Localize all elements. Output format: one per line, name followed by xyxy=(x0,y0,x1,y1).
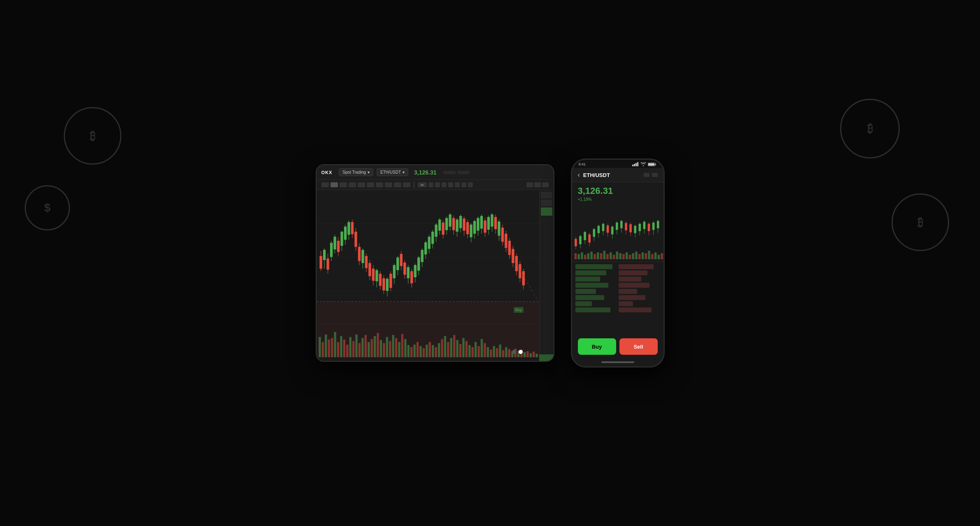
svg-rect-225 xyxy=(616,223,618,230)
svg-rect-215 xyxy=(593,229,595,237)
ob-sell-row-2 xyxy=(619,270,648,275)
svg-rect-176 xyxy=(487,217,489,230)
svg-rect-94 xyxy=(344,227,346,240)
svg-rect-120 xyxy=(389,274,392,288)
svg-rect-62 xyxy=(487,347,489,357)
phone-header-icon-1[interactable] xyxy=(644,173,649,177)
svg-rect-39 xyxy=(416,342,418,357)
phone-home-indicator xyxy=(601,361,634,363)
toolbar-icon-6[interactable] xyxy=(461,182,466,187)
svg-rect-134 xyxy=(414,265,416,277)
toolbar-btn-10[interactable] xyxy=(403,182,410,187)
toolbar-btn-8[interactable] xyxy=(385,182,392,187)
toolbar-label-m[interactable]: M xyxy=(418,182,427,187)
main-scene: OKX Spot Trading ▾ ETH/USDT ▾ 3,126.31 xyxy=(316,158,665,368)
toolbar-icon-7[interactable] xyxy=(468,182,473,187)
toolbar-btn-3[interactable] xyxy=(340,182,347,187)
svg-rect-158 xyxy=(456,219,458,232)
sidebar-btn-chart[interactable] xyxy=(541,192,552,198)
tablet-toolbar: M xyxy=(317,180,554,190)
svg-rect-207 xyxy=(575,239,577,246)
toolbar-btn-6[interactable] xyxy=(367,182,374,187)
ob-buy-row-1 xyxy=(575,264,613,269)
buy-button[interactable]: Buy xyxy=(578,338,616,355)
svg-rect-44 xyxy=(432,345,434,357)
svg-rect-37 xyxy=(410,347,412,357)
svg-rect-26 xyxy=(377,333,379,357)
toolbar-btn-5[interactable] xyxy=(358,182,365,187)
svg-rect-150 xyxy=(442,223,444,235)
svg-rect-239 xyxy=(647,224,650,231)
svg-rect-136 xyxy=(417,258,420,271)
phone-header-icon-2[interactable] xyxy=(652,173,658,177)
svg-rect-199 xyxy=(634,164,635,166)
svg-rect-243 xyxy=(656,221,659,228)
svg-rect-231 xyxy=(629,224,632,233)
toolbar-divider xyxy=(414,182,414,188)
toolbar-right-1[interactable] xyxy=(526,182,533,187)
tablet-header: OKX Spot Trading ▾ ETH/USDT ▾ 3,126.31 xyxy=(317,165,554,180)
spot-trading-dropdown[interactable]: Spot Trading ▾ xyxy=(339,168,373,176)
toolbar-btn-7[interactable] xyxy=(376,182,383,187)
svg-rect-260 xyxy=(625,252,628,259)
toolbar-btn-4[interactable] xyxy=(349,182,356,187)
toolbar-icon-3[interactable] xyxy=(442,182,447,187)
toolbar-icon-2[interactable] xyxy=(435,182,440,187)
svg-rect-219 xyxy=(602,224,604,231)
sidebar-btn-buy[interactable] xyxy=(541,207,552,216)
toolbar-icon-4[interactable] xyxy=(448,182,453,187)
svg-rect-245 xyxy=(577,254,580,259)
ob-sell-row-5 xyxy=(619,289,637,294)
svg-rect-229 xyxy=(625,223,627,230)
pair-dropdown[interactable]: ETH/USDT ▾ xyxy=(377,168,408,176)
svg-rect-235 xyxy=(638,224,641,231)
svg-rect-13 xyxy=(337,342,339,357)
coin-btc-top-left: ₿ xyxy=(64,107,121,165)
svg-rect-18 xyxy=(352,341,354,357)
sell-button[interactable]: Sell xyxy=(619,338,658,355)
svg-rect-32 xyxy=(395,338,397,357)
ob-buy-row-3 xyxy=(575,277,601,282)
svg-rect-33 xyxy=(398,342,400,357)
svg-rect-14 xyxy=(340,336,342,357)
toolbar-btn-2[interactable] xyxy=(331,182,338,187)
svg-rect-221 xyxy=(606,226,609,233)
svg-rect-211 xyxy=(584,232,586,240)
stat-bar-1 xyxy=(443,171,456,174)
svg-rect-15 xyxy=(343,340,345,357)
svg-rect-88 xyxy=(333,237,336,249)
toolbar-icon-1[interactable] xyxy=(428,182,433,187)
svg-rect-258 xyxy=(619,253,622,259)
toolbar-right-2[interactable] xyxy=(534,182,541,187)
svg-rect-7 xyxy=(319,337,321,357)
toolbar-btn-9[interactable] xyxy=(394,182,401,187)
toolbar-icon-5[interactable] xyxy=(455,182,460,187)
pagination-dot-2[interactable] xyxy=(519,350,523,354)
svg-rect-27 xyxy=(379,340,382,357)
svg-rect-168 xyxy=(473,221,475,234)
svg-rect-190 xyxy=(512,249,514,263)
coin-btc-top-right: ₿ xyxy=(840,99,900,158)
phone-status-bar: 9:41 xyxy=(572,160,663,168)
toolbar-btn-1[interactable] xyxy=(321,182,329,187)
orderbook-buy-side xyxy=(575,264,617,313)
svg-rect-56 xyxy=(468,345,470,357)
toolbar-right-3[interactable] xyxy=(542,182,549,187)
svg-rect-217 xyxy=(597,226,600,233)
back-button[interactable]: ‹ xyxy=(578,171,580,179)
svg-rect-34 xyxy=(401,334,403,357)
svg-rect-55 xyxy=(465,341,467,357)
svg-rect-200 xyxy=(635,163,637,166)
svg-rect-9 xyxy=(325,335,327,357)
svg-rect-77 xyxy=(533,351,535,357)
svg-rect-255 xyxy=(610,252,612,259)
tablet-pagination xyxy=(512,350,523,354)
stat-bar-2 xyxy=(457,171,470,174)
pair-label: ETH/USDT xyxy=(380,170,401,175)
svg-rect-30 xyxy=(389,341,391,357)
sidebar-btn-depth[interactable] xyxy=(541,200,552,206)
pagination-dot-1[interactable] xyxy=(512,350,516,354)
svg-rect-267 xyxy=(648,251,650,259)
tablet-bottom-bar[interactable] xyxy=(539,354,554,361)
svg-rect-28 xyxy=(383,343,385,357)
